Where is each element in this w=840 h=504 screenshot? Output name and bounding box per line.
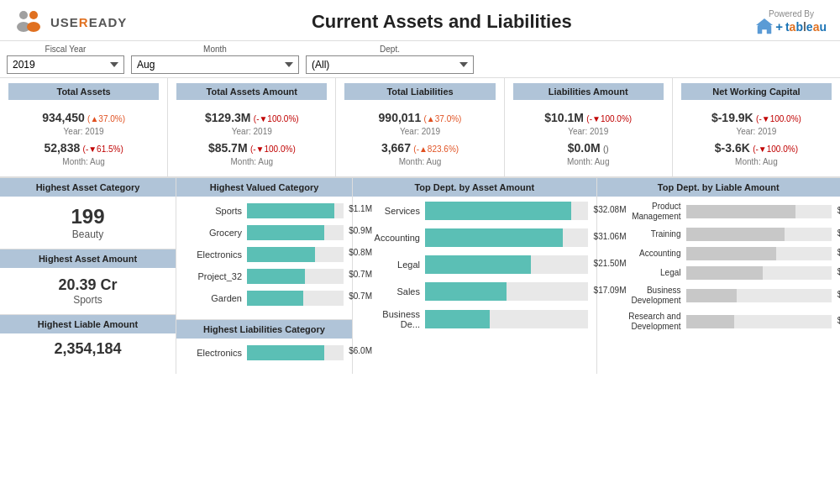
kpi-row: Total Assets 934,450 (▲37.0%) Year: 2019…	[0, 78, 840, 177]
hvc-bar-value: $0.7M	[349, 270, 372, 279]
tdl-bar-inner	[686, 205, 795, 218]
la-month-change: ()	[603, 144, 609, 154]
hvc-chart: Sports $1.1M Grocery $0.9M Electronics $…	[176, 197, 352, 319]
tdl-bar-outer: $0.71M	[686, 315, 832, 328]
hvc-bar-outer: $0.8M	[247, 247, 344, 262]
tda-bar-row: Legal $21.50M	[361, 255, 588, 274]
tableau-logo: + tableau	[756, 18, 827, 35]
hla-value: 2,354,184	[7, 340, 169, 358]
la-month-label: Month: Aug	[517, 157, 660, 166]
hvc-bar-row: Garden $0.7M	[185, 291, 344, 306]
hvc-bar-value: $1.1M	[349, 204, 372, 213]
hvc-bar-row: Grocery $0.9M	[185, 225, 344, 240]
kpi-total-assets: Total Assets 934,450 (▲37.0%) Year: 2019…	[0, 78, 168, 176]
logo-area: USEREADY	[13, 7, 127, 37]
hvc-bar-value: $0.9M	[349, 226, 372, 235]
tdl-bar-row: Research andDevelopment $0.71M	[606, 312, 832, 332]
kpi-total-assets-header: Total Assets	[8, 83, 159, 100]
tda-bar-outer: $17.09M	[425, 282, 588, 301]
tda-bar-outer: $32.08M	[425, 202, 588, 220]
tdl-bar-value: $1.31M	[837, 248, 840, 257]
hlc-bar-label: Electronics	[185, 348, 242, 358]
ta-year-value: 934,450	[42, 111, 85, 124]
bottom-row: Highest Asset Category 199 Beauty Highes…	[0, 177, 840, 374]
highest-valued-category-section: Highest Valued Category Sports $1.1M Gro…	[176, 178, 352, 320]
page-title: Current Assets and Liabilities	[312, 11, 572, 33]
highest-liable-amount-section: Highest Liable Amount 2,354,184	[0, 315, 176, 365]
tdl-bar-inner	[686, 315, 734, 328]
month-filter: Month Aug	[131, 45, 299, 74]
kpi-tl-header: Total Liabilities	[344, 83, 495, 100]
hlc-header: Highest Liabilities Category	[176, 320, 352, 339]
tl-month-change: (-▲823.6%)	[413, 144, 459, 154]
haa-value: 20.39 Cr	[7, 276, 169, 294]
hvc-bar-outer: $0.7M	[247, 291, 344, 306]
mid-left-column: Highest Valued Category Sports $1.1M Gro…	[176, 178, 353, 374]
tda-bar-row: Accounting $31.06M	[361, 228, 588, 247]
nwc-year-change: (-▼100.0%)	[756, 114, 801, 123]
tdl-bar-value: $0.74M	[837, 290, 840, 299]
tdl-bar-outer: $1.12M	[686, 266, 832, 280]
tda-bar-value: $17.09M	[594, 286, 627, 295]
dept-select[interactable]: (All)	[306, 55, 474, 74]
taa-year-value: $129.3M	[205, 111, 250, 124]
la-month-value: $0.0M	[568, 141, 601, 155]
highest-liabilities-category-section: Highest Liabilities Category Electronics…	[176, 320, 352, 374]
tda-bar-outer: $31.06M	[425, 228, 588, 247]
ta-month-label: Month: Aug	[12, 157, 155, 166]
fiscal-year-select[interactable]: 2019	[7, 55, 124, 74]
hvc-bar-outer: $1.1M	[247, 203, 344, 218]
hvc-bar-row: Electronics $0.8M	[185, 247, 344, 262]
tdl-bar-value: $1.12M	[837, 267, 840, 276]
taa-month-label: Month: Aug	[180, 157, 323, 166]
tdl-bar-row: Legal $1.12M	[606, 266, 832, 280]
hvc-bar-label: Electronics	[185, 249, 242, 260]
tdl-bar-value: $1.56M	[837, 206, 840, 215]
tdl-bar-label: Legal	[606, 268, 681, 278]
header: USEREADY Current Assets and Liabilities …	[0, 0, 840, 41]
tda-bar-row: Sales $17.09M	[361, 282, 588, 301]
ta-year-change: (▲37.0%)	[87, 114, 125, 123]
tdl-bar-outer: $1.56M	[686, 205, 832, 218]
hvc-bar-label: Project_32	[185, 271, 242, 281]
month-label: Month	[131, 45, 299, 54]
taa-year-label: Year: 2019	[180, 127, 323, 136]
tda-bar-inner	[425, 282, 507, 301]
tda-bar-value: $32.08M	[594, 205, 627, 214]
tdl-bar-inner	[686, 228, 785, 241]
la-year-change: (-▼100.0%)	[586, 114, 632, 123]
hvc-bar-inner	[247, 225, 324, 240]
tl-year-value: 990,011	[379, 111, 422, 124]
hvc-bar-row: Project_32 $0.7M	[185, 269, 344, 284]
tda-bar-value: $21.50M	[594, 259, 627, 268]
fiscal-year-filter: Fiscal Year 2019	[7, 45, 124, 74]
tl-year-label: Year: 2019	[348, 127, 491, 136]
tdl-bar-row: Training $1.44M	[606, 228, 832, 241]
la-year-value: $10.1M	[544, 111, 584, 124]
hvc-bar-inner	[247, 269, 305, 284]
tdl-bar-row: ProductManagement $1.56M	[606, 202, 832, 222]
logo-text: USEREADY	[50, 15, 127, 29]
dept-label: Dept.	[306, 45, 474, 54]
kpi-nwc-header: Net Working Capital	[681, 83, 832, 100]
hac-value: 199	[7, 205, 169, 228]
hlc-bar-row: Electronics $6.0M	[185, 345, 344, 360]
left-column: Highest Asset Category 199 Beauty Highes…	[0, 178, 176, 374]
tda-bar-outer	[425, 310, 588, 328]
svg-point-2	[29, 11, 38, 19]
haa-content: 20.39 Cr Sports	[0, 268, 176, 314]
highest-asset-category-section: Highest Asset Category 199 Beauty	[0, 178, 176, 249]
hvc-header: Highest Valued Category	[176, 178, 352, 197]
hvc-bar-label: Garden	[185, 293, 242, 303]
tda-header: Top Dept. by Asset Amount	[353, 178, 596, 197]
nwc-year-label: Year: 2019	[685, 127, 828, 136]
top-dept-asset-section: Top Dept. by Asset Amount Services $32.0…	[353, 178, 597, 374]
tl-year-change: (▲37.0%)	[424, 114, 462, 123]
kpi-total-assets-amount: Total Assets Amount $129.3M (-▼100.0%) Y…	[168, 78, 336, 176]
kpi-la-header: Liabilities Amount	[513, 83, 664, 100]
month-select[interactable]: Aug	[131, 55, 299, 74]
logo-icon	[13, 7, 44, 37]
haa-header: Highest Asset Amount	[0, 249, 176, 268]
hvc-bar-inner	[247, 247, 315, 262]
tl-month-value: 3,667	[381, 141, 411, 155]
